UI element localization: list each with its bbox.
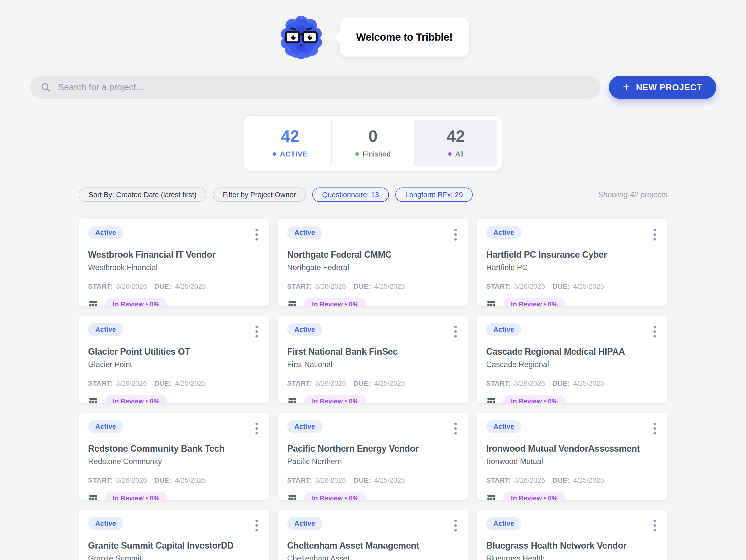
due-date: 4/25/2025 (175, 380, 206, 387)
project-owner: Granite Summit (88, 554, 260, 560)
start-label: START: (88, 380, 113, 387)
start-date: 3/26/2026 (514, 282, 545, 290)
projects-dashboard: Welcome to Tribble! + NEW PROJECT 42 ACT… (0, 0, 746, 560)
start-date: 3/26/2026 (315, 476, 346, 484)
project-title: Glacier Point Utilities OT (88, 346, 260, 357)
search-row: + NEW PROJECT (30, 76, 716, 99)
kebab-menu-icon[interactable] (652, 226, 658, 243)
progress-badge: In Review • 0% (105, 492, 167, 500)
start-label: START: (486, 380, 511, 387)
project-card[interactable]: Active Granite Summit Capital InvestorDD… (79, 510, 269, 560)
project-title: Redstone Community Bank Tech (88, 443, 260, 454)
kebab-menu-icon[interactable] (254, 420, 260, 437)
start-label: START: (287, 380, 312, 387)
project-dates: START: 3/26/2026 DUE: 4/25/2025 (486, 380, 658, 387)
due-label: DUE: (552, 282, 570, 290)
questionnaire-filter-button[interactable]: Questionnaire: 13 (312, 188, 389, 202)
project-card[interactable]: Active Cheltenham Asset Management Chelt… (278, 510, 468, 560)
project-title: Northgate Federal CMMC (287, 250, 459, 260)
longform-rfx-filter-button[interactable]: Longform RFx: 29 (395, 188, 473, 202)
due-label: DUE: (353, 380, 371, 387)
project-owner: Cheltenham Asset (287, 554, 459, 560)
kebab-menu-icon[interactable] (652, 323, 658, 340)
search-bar[interactable] (30, 76, 600, 99)
stat-finished[interactable]: 0 Finished (332, 120, 414, 166)
project-dates: START: 3/26/2026 DUE: 4/25/2025 (287, 380, 459, 387)
project-card[interactable]: Active First National Bank FinSec First … (278, 316, 468, 403)
kebab-menu-icon[interactable] (452, 323, 459, 340)
kebab-menu-icon[interactable] (254, 226, 260, 243)
start-label: START: (287, 476, 312, 484)
project-card[interactable]: Active Northgate Federal CMMC Northgate … (278, 219, 468, 306)
status-badge: Active (88, 323, 123, 336)
table-icon (486, 299, 496, 306)
filter-owner-button[interactable]: Filter by Project Owner (213, 188, 306, 202)
project-card[interactable]: Active Hartfield PC Insurance Cyber Hart… (477, 219, 667, 306)
active-dot-icon (272, 152, 276, 156)
due-date: 4/25/2025 (573, 476, 604, 484)
project-card[interactable]: Active Redstone Community Bank Tech Reds… (79, 413, 269, 500)
start-date: 3/26/2026 (116, 282, 147, 290)
progress-badge: In Review • 0% (105, 298, 167, 306)
new-project-button[interactable]: + NEW PROJECT (609, 76, 716, 99)
table-icon (287, 396, 297, 403)
stat-all-value: 42 (414, 128, 497, 145)
stat-all[interactable]: 42 All (414, 120, 497, 166)
project-title: Granite Summit Capital InvestorDD (88, 540, 260, 551)
kebab-menu-icon[interactable] (452, 420, 459, 437)
finished-dot-icon (355, 152, 359, 156)
search-input[interactable] (58, 82, 590, 93)
project-title: Bluegrass Health Network Vendor (486, 540, 658, 551)
due-label: DUE: (154, 380, 171, 387)
kebab-menu-icon[interactable] (652, 517, 658, 534)
project-title: Cascade Regional Medical HIPAA (486, 346, 658, 357)
progress-badge: In Review • 0% (304, 298, 366, 306)
project-title: Ironwood Mutual VendorAssessment (486, 443, 658, 454)
project-dates: START: 3/26/2026 DUE: 4/25/2025 (287, 282, 459, 290)
start-date: 3/26/2026 (116, 476, 147, 484)
status-badge: Active (88, 226, 123, 239)
start-label: START: (287, 282, 312, 290)
project-dates: START: 3/26/2026 DUE: 4/25/2025 (88, 380, 260, 387)
search-icon (40, 82, 51, 93)
kebab-menu-icon[interactable] (254, 517, 260, 534)
kebab-menu-icon[interactable] (452, 226, 459, 243)
project-card[interactable]: Active Bluegrass Health Network Vendor B… (477, 510, 667, 560)
project-card[interactable]: Active Cascade Regional Medical HIPAA Ca… (477, 316, 667, 403)
welcome-text: Welcome to Tribble! (356, 31, 453, 43)
table-icon (88, 396, 98, 403)
table-icon (88, 299, 98, 306)
project-title: Pacific Northern Energy Vendor (287, 443, 459, 454)
project-owner: Bluegrass Health (486, 554, 658, 560)
due-date: 4/25/2025 (374, 380, 405, 387)
kebab-menu-icon[interactable] (652, 420, 658, 437)
start-date: 3/26/2026 (116, 380, 147, 387)
sort-by-button[interactable]: Sort By: Created Date (latest first) (79, 188, 206, 202)
kebab-menu-icon[interactable] (254, 323, 260, 340)
filter-row: Sort By: Created Date (latest first) Fil… (79, 188, 667, 202)
status-badge: Active (486, 517, 521, 530)
kebab-menu-icon[interactable] (452, 517, 459, 534)
table-icon (287, 493, 297, 500)
stat-finished-value: 0 (332, 128, 414, 145)
start-label: START: (88, 476, 113, 484)
due-label: DUE: (353, 476, 371, 484)
project-title: First National Bank FinSec (287, 346, 459, 357)
project-card[interactable]: Active Westbrook Financial IT Vendor Wes… (79, 219, 269, 306)
due-label: DUE: (154, 282, 171, 290)
project-owner: Hartfield PC (486, 263, 658, 272)
stat-active[interactable]: 42 ACTIVE (249, 120, 332, 166)
start-label: START: (88, 282, 113, 290)
project-card[interactable]: Active Ironwood Mutual VendorAssessment … (477, 413, 667, 500)
status-badge: Active (88, 517, 123, 530)
header: Welcome to Tribble! (0, 0, 746, 61)
progress-badge: In Review • 0% (304, 492, 366, 500)
project-card[interactable]: Active Glacier Point Utilities OT Glacie… (79, 316, 269, 403)
due-date: 4/25/2025 (374, 476, 405, 484)
status-badge: Active (287, 226, 322, 239)
project-dates: START: 3/26/2026 DUE: 4/25/2025 (287, 476, 459, 484)
status-badge: Active (287, 517, 322, 530)
project-card[interactable]: Active Pacific Northern Energy Vendor Pa… (278, 413, 468, 500)
start-date: 3/26/2026 (315, 380, 346, 387)
due-date: 4/25/2025 (573, 282, 604, 290)
